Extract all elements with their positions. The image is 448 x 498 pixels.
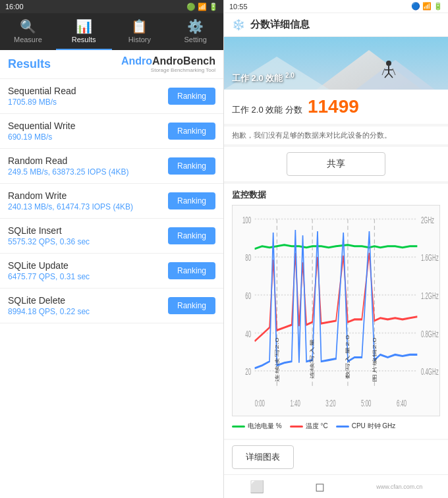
score-header: ❄️ 分数详细信息 bbox=[224, 13, 448, 37]
svg-text:0.8GHz: 0.8GHz bbox=[421, 328, 439, 339]
seq-read-name: Sequential Read bbox=[8, 86, 76, 96]
header-title: 分数详细信息 bbox=[250, 18, 310, 31]
rand-write-value: 240.13 MB/s, 61474.73 IOPS (4KB) bbox=[8, 202, 133, 211]
tab-setting-label: Setting bbox=[184, 36, 207, 43]
score-section: 工作 2.0 效能 分数 11499 bbox=[224, 90, 448, 124]
result-random-write: Random Write 240.13 MB/s, 61474.73 IOPS … bbox=[0, 184, 223, 219]
measure-icon: 🔍 bbox=[20, 18, 36, 34]
result-sequential-write: Sequential Write 690.19 MB/s Ranking bbox=[0, 114, 223, 149]
svg-text:连续读写2.0: 连续读写2.0 bbox=[274, 337, 279, 381]
legend-cpu: CPU 时钟 GHz bbox=[336, 422, 396, 431]
sqlite-insert-ranking-btn[interactable]: Ranking bbox=[168, 227, 215, 244]
setting-icon: ⚙️ bbox=[187, 18, 204, 34]
legend-temp: 温度 °C bbox=[290, 422, 328, 431]
score-value: 11499 bbox=[308, 96, 359, 117]
tab-setting[interactable]: ⚙️ Setting bbox=[167, 13, 223, 50]
right-panel: 10:55 🔵 📶 🔋 ❄️ 分数详细信息 bbox=[224, 0, 448, 498]
detail-btn-container: 详细图表 bbox=[224, 440, 448, 474]
sqlite-delete-name: SQLite Delete bbox=[8, 295, 90, 306]
status-icons-right: 🔵 📶 🔋 bbox=[411, 2, 443, 11]
tab-measure[interactable]: 🔍 Measure bbox=[0, 13, 56, 50]
battery-dot bbox=[232, 426, 245, 428]
hero-image: 工作 2.0 效能 2.0 bbox=[224, 37, 448, 90]
svg-text:1:40: 1:40 bbox=[290, 397, 300, 408]
bottom-bar-right: ⬜ ◻ www.cfan.com.cn bbox=[224, 474, 448, 498]
svg-text:20: 20 bbox=[245, 366, 251, 377]
seq-write-value: 690.19 MB/s bbox=[8, 132, 75, 142]
snowflake-icon: ❄️ bbox=[232, 18, 245, 31]
sqlite-update-name: SQLite Update bbox=[8, 260, 90, 271]
recent-icon: ◻ bbox=[315, 480, 325, 494]
svg-text:1.6GHz: 1.6GHz bbox=[421, 252, 439, 263]
share-btn-container: 共享 bbox=[224, 147, 448, 181]
monitor-title: 监控数据 bbox=[232, 189, 440, 201]
svg-text:0.4GHz: 0.4GHz bbox=[421, 366, 439, 377]
watermark: www.cfan.com.cn bbox=[376, 484, 422, 490]
rand-read-name: Random Read bbox=[8, 155, 128, 166]
tab-measure-label: Measure bbox=[14, 36, 42, 43]
monitor-section: 监控数据 100 80 60 40 20 2GHz 1.6GHz 1.2GHz bbox=[224, 184, 448, 439]
tab-results-label: Results bbox=[72, 36, 96, 43]
sqlite-insert-name: SQLite Insert bbox=[8, 225, 90, 236]
seq-read-ranking-btn[interactable]: Ranking bbox=[168, 88, 215, 105]
results-title: Results bbox=[8, 57, 51, 71]
legend-temp-label: 温度 °C bbox=[306, 422, 328, 431]
androbench-logo: AndroAndroBench Storage Benchmarking Too… bbox=[121, 55, 215, 73]
svg-point-4 bbox=[386, 61, 391, 66]
sqlite-delete-value: 8994.18 QPS, 0.22 sec bbox=[8, 307, 90, 316]
temp-dot bbox=[290, 426, 303, 428]
work-label: 工作 2.0 效能 2.0 bbox=[232, 73, 294, 83]
sqlite-update-ranking-btn[interactable]: Ranking bbox=[168, 262, 215, 279]
result-sequential-read: Sequential Read 1705.89 MB/s Ranking bbox=[0, 79, 223, 114]
time-left: 16:00 bbox=[5, 3, 24, 11]
nav-tabs: 🔍 Measure 📊 Results 📋 History ⚙️ Setting bbox=[0, 13, 223, 50]
results-list: Sequential Read 1705.89 MB/s Ranking Seq… bbox=[0, 79, 223, 498]
rand-write-ranking-btn[interactable]: Ranking bbox=[168, 192, 215, 209]
tab-history-label: History bbox=[128, 36, 151, 43]
share-button[interactable]: 共享 bbox=[287, 152, 385, 176]
sqlite-insert-value: 5575.32 QPS, 0.36 sec bbox=[8, 237, 90, 246]
legend-battery-label: 电池电量 % bbox=[248, 422, 282, 431]
time-right: 10:55 bbox=[229, 3, 248, 11]
legend-battery: 电池电量 % bbox=[232, 422, 282, 431]
no-data-text: 抱歉，我们没有足够的数据来对比此设备的分数。 bbox=[224, 126, 448, 144]
logo-sub: Storage Benchmarking Tool bbox=[121, 67, 215, 73]
result-sqlite-update: SQLite Update 6475.77 QPS, 0.31 sec Rank… bbox=[0, 254, 223, 289]
rand-read-ranking-btn[interactable]: Ranking bbox=[168, 157, 215, 175]
results-icon: 📊 bbox=[76, 18, 92, 34]
result-sqlite-insert: SQLite Insert 5575.32 QPS, 0.36 sec Rank… bbox=[0, 219, 223, 254]
svg-text:80: 80 bbox=[245, 252, 251, 263]
hero-overlay: 工作 2.0 效能 2.0 bbox=[232, 72, 294, 84]
sqlite-delete-ranking-btn[interactable]: Ranking bbox=[168, 297, 215, 314]
svg-text:2GHz: 2GHz bbox=[421, 214, 434, 225]
chart-legend: 电池电量 % 温度 °C CPU 时钟 GHz bbox=[232, 419, 440, 433]
score-label: 工作 2.0 效能 分数 bbox=[232, 104, 302, 116]
history-icon: 📋 bbox=[131, 18, 148, 34]
results-header: Results AndroAndroBench Storage Benchmar… bbox=[0, 50, 223, 79]
status-bar-right: 10:55 🔵 📶 🔋 bbox=[224, 0, 448, 13]
logo-text: AndroBench bbox=[152, 55, 215, 67]
svg-text:60: 60 bbox=[245, 290, 251, 300]
tab-results[interactable]: 📊 Results bbox=[56, 13, 112, 50]
rand-write-name: Random Write bbox=[8, 190, 133, 201]
seq-write-ranking-btn[interactable]: Ranking bbox=[168, 123, 215, 140]
svg-text:6:40: 6:40 bbox=[397, 397, 406, 408]
score-row: 工作 2.0 效能 分数 11499 bbox=[232, 96, 440, 117]
seq-read-value: 1705.89 MB/s bbox=[8, 97, 76, 107]
home-icon: ⬜ bbox=[250, 480, 264, 494]
status-icons-left: 🟢 📶 🔋 bbox=[186, 3, 218, 11]
rand-read-value: 249.5 MB/s, 63873.25 IOPS (4KB) bbox=[8, 167, 128, 177]
tab-history[interactable]: 📋 History bbox=[112, 13, 168, 50]
result-sqlite-delete: SQLite Delete 8994.18 QPS, 0.22 sec Rank… bbox=[0, 289, 223, 323]
seq-write-name: Sequential Write bbox=[8, 121, 75, 131]
result-random-read: Random Read 249.5 MB/s, 63873.25 IOPS (4… bbox=[0, 149, 223, 184]
detail-chart-button[interactable]: 详细图表 bbox=[232, 445, 294, 469]
status-bar-left: 16:00 🟢 📶 🔋 bbox=[0, 0, 223, 13]
svg-text:5:00: 5:00 bbox=[361, 397, 371, 408]
svg-text:0:00: 0:00 bbox=[255, 397, 265, 408]
chart-container: 100 80 60 40 20 2GHz 1.6GHz 1.2GHz 0.8GH… bbox=[232, 205, 440, 416]
svg-text:连续写入量: 连续写入量 bbox=[310, 338, 314, 379]
left-panel: 16:00 🟢 📶 🔋 🔍 Measure 📊 Results 📋 Histor… bbox=[0, 0, 224, 498]
svg-text:100: 100 bbox=[242, 214, 251, 225]
svg-text:数写入量2.0: 数写入量2.0 bbox=[345, 335, 350, 379]
